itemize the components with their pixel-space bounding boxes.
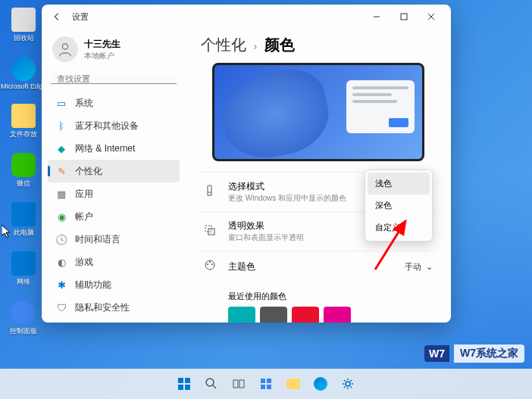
setting-accent-color[interactable]: 主题色 手动 ⌄ xyxy=(201,251,436,282)
nav-label: 系统 xyxy=(75,97,93,110)
maximize-button[interactable] xyxy=(390,6,418,27)
accent-dropdown[interactable]: 手动 ⌄ xyxy=(405,261,433,273)
color-preview xyxy=(212,63,424,161)
svg-point-2 xyxy=(62,44,67,49)
nav-icon: ◐ xyxy=(55,256,67,268)
brush-icon xyxy=(204,185,219,200)
svg-point-23 xyxy=(346,382,350,386)
nav-item-1[interactable]: ᛒ蓝牙和其他设备 xyxy=(48,114,180,137)
desktop-icon-label: 回收站 xyxy=(14,33,34,43)
settings-taskbar-button[interactable] xyxy=(336,373,359,395)
svg-point-15 xyxy=(206,379,214,386)
svg-rect-21 xyxy=(261,385,265,389)
accent-title: 主题色 xyxy=(228,260,396,273)
chevron-down-icon: ⌄ xyxy=(426,262,433,272)
transparency-icon xyxy=(204,224,219,239)
nav-item-9[interactable]: 🛡隐私和安全性 xyxy=(48,296,180,319)
nav-icon: ▭ xyxy=(55,97,67,109)
svg-rect-22 xyxy=(267,385,271,389)
search-button[interactable] xyxy=(200,373,223,395)
svg-line-16 xyxy=(213,385,216,388)
svg-point-9 xyxy=(207,263,208,265)
nav-label: 游戏 xyxy=(75,256,93,269)
chevron-right-icon: › xyxy=(254,40,258,52)
breadcrumb-current: 颜色 xyxy=(264,36,295,53)
mode-option-1[interactable]: 深色 xyxy=(368,195,430,217)
nav-icon: ✱ xyxy=(55,279,67,291)
search-input[interactable] xyxy=(51,74,177,84)
color-swatch-3[interactable] xyxy=(324,307,351,323)
user-name: 十三先生 xyxy=(84,38,120,51)
svg-rect-17 xyxy=(233,380,238,388)
nav-label: 个性化 xyxy=(75,165,102,178)
nav-icon: ᛒ xyxy=(55,120,67,132)
nav-item-4[interactable]: ▦应用 xyxy=(48,182,180,205)
svg-rect-19 xyxy=(261,379,265,383)
cp-icon xyxy=(11,301,36,325)
desktop-icon-1[interactable]: Microsoft Edge xyxy=(8,57,39,90)
breadcrumb: 个性化 › 颜色 xyxy=(201,35,436,55)
svg-point-8 xyxy=(211,263,213,265)
back-button[interactable] xyxy=(48,8,66,26)
nav-icon: ◆ xyxy=(55,142,67,154)
desktop-icon-6[interactable]: 控制面板 xyxy=(8,301,39,336)
edge-button[interactable] xyxy=(309,373,332,395)
watermark: W7 W7系统之家 xyxy=(424,344,524,363)
color-swatch-1[interactable] xyxy=(260,307,287,323)
desktop-icon-4[interactable]: 此电脑 xyxy=(8,202,39,238)
window-title: 设置 xyxy=(72,11,89,23)
task-view-button[interactable] xyxy=(227,373,250,395)
color-swatch-2[interactable] xyxy=(292,307,319,323)
svg-rect-18 xyxy=(239,380,244,388)
nav-item-5[interactable]: ◉帐户 xyxy=(48,205,180,228)
nav-item-2[interactable]: ◆网络 & Internet xyxy=(48,137,180,160)
nav-item-6[interactable]: 🕓时间和语言 xyxy=(48,228,180,251)
sidebar: 十三先生 本地帐户 ▭系统ᛒ蓝牙和其他设备◆网络 & Internet✎个性化▦… xyxy=(42,29,186,323)
desktop-icon-2[interactable]: 文件存放 xyxy=(8,104,39,139)
nav-item-8[interactable]: ✱辅助功能 xyxy=(48,273,180,296)
breadcrumb-parent[interactable]: 个性化 xyxy=(201,36,246,53)
recycle-icon xyxy=(11,8,36,32)
svg-rect-1 xyxy=(401,14,407,20)
desktop-icon-5[interactable]: 网络 xyxy=(8,251,39,287)
desktop-icon-label: 文件存放 xyxy=(10,129,37,139)
wechat-icon xyxy=(11,153,36,177)
user-account-type: 本地帐户 xyxy=(84,51,120,61)
desktop-icon-0[interactable]: 回收站 xyxy=(8,8,39,43)
color-swatch-0[interactable] xyxy=(228,307,255,323)
desktop-icon-3[interactable]: 微信 xyxy=(8,153,39,189)
svg-rect-13 xyxy=(178,385,183,390)
mode-option-0[interactable]: 浅色 xyxy=(368,173,430,195)
setting-choose-mode[interactable]: 选择模式 更改 Windows 和应用中显示的颜色 浅色深色自定义 xyxy=(201,172,436,211)
recent-colors-label: 最近使用的颜色 xyxy=(228,291,433,302)
start-button[interactable] xyxy=(173,373,196,395)
svg-rect-12 xyxy=(185,378,190,383)
palette-icon xyxy=(204,259,219,274)
nav-label: 帐户 xyxy=(75,210,93,223)
nav-label: 隐私和安全性 xyxy=(75,301,130,314)
nav-item-7[interactable]: ◐游戏 xyxy=(48,251,180,273)
nav-icon: ▦ xyxy=(55,188,67,200)
nav-label: 辅助功能 xyxy=(75,279,111,291)
titlebar: 设置 xyxy=(42,5,451,29)
avatar xyxy=(52,36,78,62)
desktop-icon-label: 控制面板 xyxy=(10,326,37,336)
nav-item-3[interactable]: ✎个性化 xyxy=(48,160,180,182)
minimize-button[interactable] xyxy=(363,6,390,27)
close-button[interactable] xyxy=(418,6,445,27)
settings-window: 设置 十三先生 本地帐户 ▭系统ᛒ蓝牙和其他设备◆网络 & Internet✎个… xyxy=(42,5,451,323)
folder-icon xyxy=(11,104,36,128)
mode-option-2[interactable]: 自定义 xyxy=(368,217,430,238)
taskbar xyxy=(0,369,532,399)
nav-label: 应用 xyxy=(75,188,93,201)
desktop-icon-label: Microsoft Edge xyxy=(1,83,46,90)
explorer-button[interactable] xyxy=(282,373,305,395)
nav-item-0[interactable]: ▭系统 xyxy=(48,92,180,114)
desktop-icon-label: 微信 xyxy=(17,179,30,189)
user-profile[interactable]: 十三先生 本地帐户 xyxy=(48,33,180,65)
nav-item-10[interactable]: ⟳Windows 更新 xyxy=(48,319,180,323)
svg-rect-14 xyxy=(185,385,190,390)
widgets-button[interactable] xyxy=(255,373,277,395)
desktop-icon-label: 网络 xyxy=(17,277,30,287)
svg-rect-3 xyxy=(208,185,211,192)
